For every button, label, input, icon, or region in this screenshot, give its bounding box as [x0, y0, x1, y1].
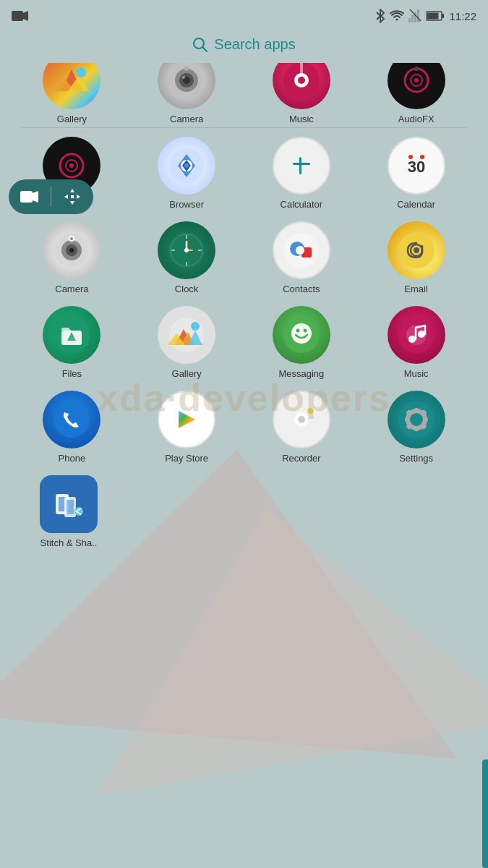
camera-top-icon [158, 63, 215, 109]
svg-point-102 [411, 414, 422, 425]
search-icon [192, 37, 208, 53]
files-label: Files [62, 368, 82, 379]
phone-label: Phone [59, 453, 86, 464]
signal-icon [408, 9, 421, 22]
app-row-5: Stitch & Sha.. [14, 475, 474, 548]
svg-rect-95 [414, 426, 419, 431]
app-item-contacts[interactable]: Contacts [254, 221, 348, 294]
svg-point-46 [420, 155, 424, 159]
app-item-messaging[interactable]: Messaging [254, 306, 348, 379]
search-label: Search apps [214, 36, 295, 53]
app-item-audiofx-top[interactable]: AudioFX [369, 63, 463, 124]
svg-point-21 [184, 67, 189, 71]
toolbar-move-btn[interactable] [63, 187, 82, 206]
recorder-icon [273, 391, 330, 448]
music-top-label: Music [289, 114, 314, 124]
svg-marker-111 [70, 189, 74, 192]
gallery-label: Gallery [57, 114, 87, 124]
svg-rect-25 [300, 63, 303, 75]
app-item-music-top[interactable]: Music [254, 63, 348, 124]
app-item-music[interactable]: Music [369, 306, 463, 379]
svg-point-80 [296, 329, 299, 333]
email-label: Email [404, 284, 428, 294]
stitch-label: Stitch & Sha.. [40, 537, 98, 548]
svg-line-11 [203, 47, 207, 51]
playstore-label: Play Store [165, 453, 208, 464]
app-row-0: Gallery Camera [14, 63, 474, 124]
svg-point-90 [298, 416, 305, 423]
app-item-calendar[interactable]: 30 Calendar [369, 137, 463, 210]
app-item-clock[interactable]: Clock [140, 221, 234, 294]
camera-top-label: Camera [170, 114, 203, 124]
app-grid: Gallery Camera [0, 63, 488, 548]
music-top-icon [273, 63, 330, 109]
svg-rect-2 [408, 18, 411, 22]
svg-point-24 [298, 77, 305, 84]
app-item-gallery-top[interactable]: Gallery [25, 63, 119, 124]
app-item-playstore[interactable]: Play Store [140, 391, 234, 464]
calendar-label: Calendar [397, 199, 435, 210]
app-item-email[interactable]: Email [369, 221, 463, 294]
svg-point-52 [70, 237, 73, 240]
gallery-icon-row3 [158, 306, 215, 364]
app-item-camera[interactable]: Camera [25, 221, 119, 294]
svg-point-39 [184, 163, 189, 168]
settings-icon [388, 391, 445, 448]
svg-rect-107 [67, 500, 74, 514]
app-item-phone[interactable]: Phone [25, 391, 119, 464]
svg-rect-5 [417, 9, 419, 22]
app-row-4: Phone [14, 391, 474, 464]
app-item-stitch[interactable]: Stitch & Sha.. [22, 475, 116, 548]
toolbar-video-btn[interactable] [20, 190, 39, 204]
svg-point-15 [76, 67, 86, 77]
app-item-camera-top[interactable]: Camera [140, 63, 234, 124]
search-bar[interactable]: Search apps [0, 29, 488, 63]
app-item-recorder[interactable]: Recorder [254, 391, 348, 464]
section-divider-1 [22, 127, 466, 128]
svg-marker-113 [64, 195, 68, 199]
app-item-gallery[interactable]: Gallery [140, 306, 234, 379]
email-icon [388, 221, 445, 279]
stitch-icon [40, 475, 98, 533]
browser-icon [158, 137, 215, 195]
svg-text:30: 30 [407, 158, 424, 176]
audiofx-top-label: AudioFX [398, 114, 435, 124]
music-label: Music [404, 368, 429, 379]
svg-marker-110 [33, 191, 38, 203]
scrollbar[interactable] [482, 760, 488, 868]
svg-point-91 [307, 408, 313, 414]
svg-rect-97 [423, 417, 428, 422]
svg-rect-94 [414, 408, 419, 413]
gallery-label-row3: Gallery [172, 368, 202, 379]
battery-icon [426, 11, 445, 21]
audiofx-top-icon [388, 63, 445, 109]
svg-point-50 [69, 248, 74, 252]
svg-rect-8 [442, 14, 444, 18]
playstore-icon [158, 391, 215, 448]
svg-rect-42 [299, 157, 301, 174]
bluetooth-icon [375, 9, 385, 23]
svg-point-30 [414, 67, 419, 71]
app-item-files[interactable]: Files [25, 306, 119, 379]
clock-icon [158, 221, 215, 279]
status-right: 11:22 [375, 9, 476, 23]
svg-point-77 [191, 322, 200, 331]
app-item-browser[interactable]: Browser [140, 137, 234, 210]
app-item-settings[interactable]: Settings [369, 391, 463, 464]
svg-rect-115 [71, 195, 74, 198]
calculator-icon [273, 137, 330, 195]
settings-label: Settings [399, 453, 433, 464]
svg-rect-96 [405, 417, 410, 422]
svg-point-86 [53, 401, 90, 438]
status-left [12, 9, 29, 22]
app-item-calculator[interactable]: Calculator [254, 137, 348, 210]
svg-point-81 [303, 329, 307, 333]
svg-point-84 [408, 336, 416, 343]
svg-point-79 [291, 323, 312, 344]
files-icon [43, 306, 100, 364]
video-camera-status-icon [12, 9, 29, 22]
svg-marker-1 [23, 11, 28, 21]
app-row-3: Files Gallery [14, 306, 474, 379]
svg-point-61 [184, 248, 189, 252]
floating-toolbar [9, 179, 93, 214]
